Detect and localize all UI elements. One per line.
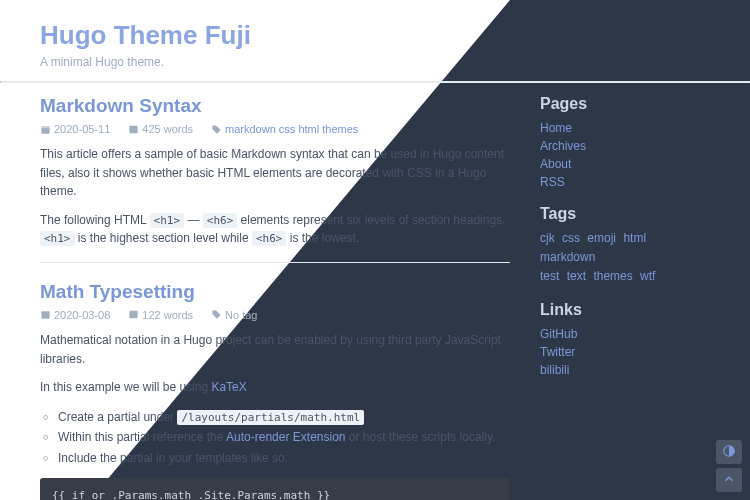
sidebar-link-archives[interactable]: Archives [540, 139, 586, 153]
sidebar-link-rss[interactable]: RSS [540, 175, 565, 189]
sidebar-link-bilibili[interactable]: bilibili [540, 363, 569, 377]
post-paragraph: The following HTML <h1> — <h6> elements … [40, 211, 510, 248]
code-block: {{ if or .Params.math .Site.Params.math … [40, 478, 510, 500]
post: Math Typesetting 2020-03-08 122 words No… [40, 281, 510, 500]
tag-link[interactable]: css [562, 231, 580, 245]
sidebar-link-twitter[interactable]: Twitter [540, 345, 575, 359]
words-icon [128, 309, 139, 320]
sidebar-pages: Pages Home Archives About RSS [540, 95, 710, 191]
sidebar: Pages Home Archives About RSS Tags cjk c… [540, 83, 710, 500]
tag-link[interactable]: text [567, 269, 586, 283]
sidebar-links: Links GitHub Twitter bilibili [540, 301, 710, 379]
tag-icon [211, 124, 222, 135]
post-body: Mathematical notation in a Hugo project … [40, 331, 510, 500]
post-paragraph: Mathematical notation in a Hugo project … [40, 331, 510, 368]
post-words: 122 words [142, 309, 193, 321]
tag-link[interactable]: markdown [540, 250, 595, 264]
svg-rect-2 [130, 125, 138, 132]
post-meta: 2020-03-08 122 words No tag [40, 309, 510, 321]
tag-icon [211, 309, 222, 320]
post-title[interactable]: Math Typesetting [40, 281, 510, 303]
katex-link[interactable]: KaTeX [211, 380, 246, 394]
sidebar-link-about[interactable]: About [540, 157, 571, 171]
tag-link[interactable]: wtf [640, 269, 655, 283]
post-no-tag: No tag [225, 309, 257, 321]
code-inline: <h1> [150, 213, 185, 228]
calendar-icon [40, 124, 51, 135]
tag-link[interactable]: cjk [540, 231, 555, 245]
code-inline: /layouts/partials/math.html [177, 410, 364, 425]
site-subtitle: A minimal Hugo theme. [40, 55, 710, 69]
list-item: Within this partial reference the Auto-r… [58, 427, 510, 447]
svg-rect-4 [130, 311, 138, 318]
code-inline: <h1> [40, 231, 75, 246]
list-item: Include the partial in your templates li… [58, 448, 510, 468]
tag-link[interactable]: themes [593, 269, 632, 283]
words-icon [128, 124, 139, 135]
post-list: Create a partial under /layouts/partials… [40, 407, 510, 468]
svg-rect-3 [41, 312, 49, 319]
code-inline: <h6> [203, 213, 238, 228]
tag-link[interactable]: test [540, 269, 559, 283]
sidebar-link-home[interactable]: Home [540, 121, 572, 135]
sidebar-link-github[interactable]: GitHub [540, 327, 577, 341]
post-paragraph: In this example we will be using KaTeX [40, 378, 510, 397]
scroll-top-button[interactable] [716, 468, 742, 492]
contrast-icon [722, 444, 736, 461]
post-body: This article offers a sample of basic Ma… [40, 145, 510, 248]
post-date: 2020-03-08 [54, 309, 110, 321]
sidebar-tags: Tags cjk css emoji html markdown test te… [540, 205, 710, 287]
post-tags-link[interactable]: markdown css html themes [225, 123, 358, 135]
list-item: Create a partial under /layouts/partials… [58, 407, 510, 428]
main-content: Markdown Syntax 2020-05-11 425 words mar… [40, 83, 540, 500]
site-title[interactable]: Hugo Theme Fuji [40, 20, 710, 51]
tag-link[interactable]: html [623, 231, 646, 245]
chevron-up-icon [722, 472, 736, 489]
svg-rect-1 [41, 126, 49, 128]
calendar-icon [40, 309, 51, 320]
post-divider [40, 262, 510, 263]
post-title[interactable]: Markdown Syntax [40, 95, 510, 117]
post: Markdown Syntax 2020-05-11 425 words mar… [40, 95, 510, 263]
post-words: 425 words [142, 123, 193, 135]
autorender-link[interactable]: Auto-render Extension [226, 430, 345, 444]
tag-link[interactable]: emoji [587, 231, 616, 245]
site-header: Hugo Theme Fuji A minimal Hugo theme. [0, 0, 750, 81]
theme-toggle-button[interactable] [716, 440, 742, 464]
post-meta: 2020-05-11 425 words markdown css html t… [40, 123, 510, 135]
sidebar-section-title: Tags [540, 205, 710, 223]
code-inline: <h6> [252, 231, 287, 246]
post-paragraph: This article offers a sample of basic Ma… [40, 145, 510, 201]
sidebar-section-title: Pages [540, 95, 710, 113]
floating-buttons [716, 440, 742, 492]
sidebar-section-title: Links [540, 301, 710, 319]
post-date: 2020-05-11 [54, 123, 110, 135]
